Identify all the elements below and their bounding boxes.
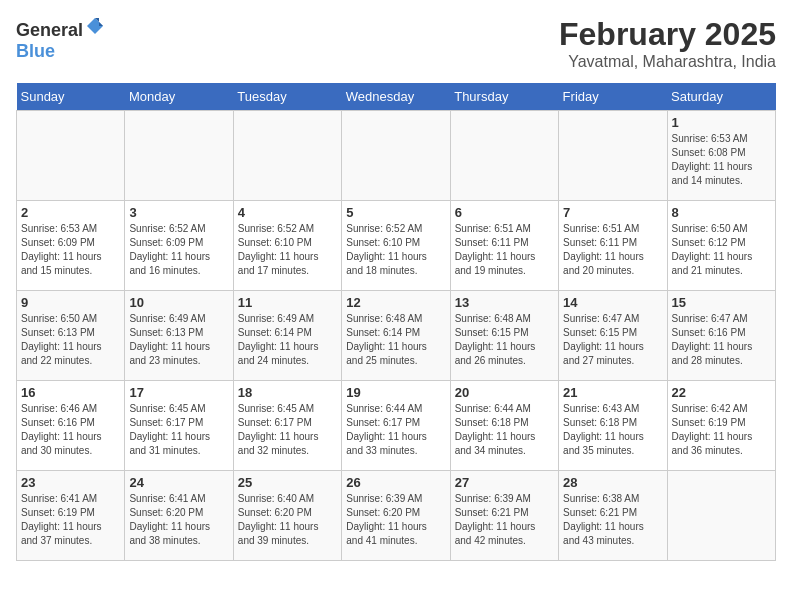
day-cell: 19Sunrise: 6:44 AM Sunset: 6:17 PM Dayli… xyxy=(342,381,450,471)
day-cell: 18Sunrise: 6:45 AM Sunset: 6:17 PM Dayli… xyxy=(233,381,341,471)
day-number: 14 xyxy=(563,295,662,310)
day-info: Sunrise: 6:48 AM Sunset: 6:15 PM Dayligh… xyxy=(455,312,554,368)
day-number: 4 xyxy=(238,205,337,220)
day-cell: 28Sunrise: 6:38 AM Sunset: 6:21 PM Dayli… xyxy=(559,471,667,561)
day-cell: 26Sunrise: 6:39 AM Sunset: 6:20 PM Dayli… xyxy=(342,471,450,561)
col-header-tuesday: Tuesday xyxy=(233,83,341,111)
day-info: Sunrise: 6:51 AM Sunset: 6:11 PM Dayligh… xyxy=(455,222,554,278)
day-info: Sunrise: 6:42 AM Sunset: 6:19 PM Dayligh… xyxy=(672,402,771,458)
day-cell: 7Sunrise: 6:51 AM Sunset: 6:11 PM Daylig… xyxy=(559,201,667,291)
day-number: 3 xyxy=(129,205,228,220)
week-row-2: 2Sunrise: 6:53 AM Sunset: 6:09 PM Daylig… xyxy=(17,201,776,291)
day-cell xyxy=(233,111,341,201)
day-info: Sunrise: 6:39 AM Sunset: 6:20 PM Dayligh… xyxy=(346,492,445,548)
logo: General Blue xyxy=(16,16,105,62)
day-number: 25 xyxy=(238,475,337,490)
day-info: Sunrise: 6:52 AM Sunset: 6:09 PM Dayligh… xyxy=(129,222,228,278)
day-info: Sunrise: 6:48 AM Sunset: 6:14 PM Dayligh… xyxy=(346,312,445,368)
day-info: Sunrise: 6:47 AM Sunset: 6:15 PM Dayligh… xyxy=(563,312,662,368)
day-info: Sunrise: 6:49 AM Sunset: 6:13 PM Dayligh… xyxy=(129,312,228,368)
page-header: General Blue February 2025 Yavatmal, Mah… xyxy=(16,16,776,71)
day-number: 6 xyxy=(455,205,554,220)
day-info: Sunrise: 6:44 AM Sunset: 6:17 PM Dayligh… xyxy=(346,402,445,458)
day-info: Sunrise: 6:43 AM Sunset: 6:18 PM Dayligh… xyxy=(563,402,662,458)
week-row-3: 9Sunrise: 6:50 AM Sunset: 6:13 PM Daylig… xyxy=(17,291,776,381)
day-info: Sunrise: 6:45 AM Sunset: 6:17 PM Dayligh… xyxy=(129,402,228,458)
col-header-wednesday: Wednesday xyxy=(342,83,450,111)
calendar-header-row: SundayMondayTuesdayWednesdayThursdayFrid… xyxy=(17,83,776,111)
day-number: 8 xyxy=(672,205,771,220)
day-number: 5 xyxy=(346,205,445,220)
day-info: Sunrise: 6:52 AM Sunset: 6:10 PM Dayligh… xyxy=(238,222,337,278)
day-cell xyxy=(559,111,667,201)
day-number: 23 xyxy=(21,475,120,490)
day-number: 27 xyxy=(455,475,554,490)
logo-general: General xyxy=(16,20,83,40)
calendar-table: SundayMondayTuesdayWednesdayThursdayFrid… xyxy=(16,83,776,561)
day-number: 26 xyxy=(346,475,445,490)
day-info: Sunrise: 6:41 AM Sunset: 6:19 PM Dayligh… xyxy=(21,492,120,548)
day-number: 20 xyxy=(455,385,554,400)
day-info: Sunrise: 6:41 AM Sunset: 6:20 PM Dayligh… xyxy=(129,492,228,548)
day-cell: 12Sunrise: 6:48 AM Sunset: 6:14 PM Dayli… xyxy=(342,291,450,381)
day-cell: 13Sunrise: 6:48 AM Sunset: 6:15 PM Dayli… xyxy=(450,291,558,381)
day-cell: 2Sunrise: 6:53 AM Sunset: 6:09 PM Daylig… xyxy=(17,201,125,291)
day-number: 15 xyxy=(672,295,771,310)
day-info: Sunrise: 6:46 AM Sunset: 6:16 PM Dayligh… xyxy=(21,402,120,458)
day-number: 9 xyxy=(21,295,120,310)
logo-icon xyxy=(85,16,105,36)
logo-text: General Blue xyxy=(16,16,105,62)
day-info: Sunrise: 6:50 AM Sunset: 6:13 PM Dayligh… xyxy=(21,312,120,368)
day-cell: 16Sunrise: 6:46 AM Sunset: 6:16 PM Dayli… xyxy=(17,381,125,471)
day-cell: 9Sunrise: 6:50 AM Sunset: 6:13 PM Daylig… xyxy=(17,291,125,381)
day-cell: 25Sunrise: 6:40 AM Sunset: 6:20 PM Dayli… xyxy=(233,471,341,561)
day-cell: 6Sunrise: 6:51 AM Sunset: 6:11 PM Daylig… xyxy=(450,201,558,291)
month-year-title: February 2025 xyxy=(559,16,776,53)
day-cell: 17Sunrise: 6:45 AM Sunset: 6:17 PM Dayli… xyxy=(125,381,233,471)
day-cell: 23Sunrise: 6:41 AM Sunset: 6:19 PM Dayli… xyxy=(17,471,125,561)
day-number: 13 xyxy=(455,295,554,310)
col-header-saturday: Saturday xyxy=(667,83,775,111)
day-info: Sunrise: 6:52 AM Sunset: 6:10 PM Dayligh… xyxy=(346,222,445,278)
location-subtitle: Yavatmal, Maharashtra, India xyxy=(559,53,776,71)
day-number: 22 xyxy=(672,385,771,400)
day-cell xyxy=(17,111,125,201)
day-number: 16 xyxy=(21,385,120,400)
week-row-4: 16Sunrise: 6:46 AM Sunset: 6:16 PM Dayli… xyxy=(17,381,776,471)
day-number: 2 xyxy=(21,205,120,220)
day-number: 11 xyxy=(238,295,337,310)
day-cell: 27Sunrise: 6:39 AM Sunset: 6:21 PM Dayli… xyxy=(450,471,558,561)
day-number: 7 xyxy=(563,205,662,220)
day-number: 24 xyxy=(129,475,228,490)
day-info: Sunrise: 6:40 AM Sunset: 6:20 PM Dayligh… xyxy=(238,492,337,548)
day-number: 17 xyxy=(129,385,228,400)
day-number: 21 xyxy=(563,385,662,400)
day-cell: 20Sunrise: 6:44 AM Sunset: 6:18 PM Dayli… xyxy=(450,381,558,471)
week-row-1: 1Sunrise: 6:53 AM Sunset: 6:08 PM Daylig… xyxy=(17,111,776,201)
day-cell: 3Sunrise: 6:52 AM Sunset: 6:09 PM Daylig… xyxy=(125,201,233,291)
day-number: 19 xyxy=(346,385,445,400)
logo-blue: Blue xyxy=(16,41,55,61)
day-info: Sunrise: 6:51 AM Sunset: 6:11 PM Dayligh… xyxy=(563,222,662,278)
col-header-monday: Monday xyxy=(125,83,233,111)
day-number: 10 xyxy=(129,295,228,310)
day-cell xyxy=(667,471,775,561)
day-cell xyxy=(450,111,558,201)
day-cell xyxy=(342,111,450,201)
day-cell: 5Sunrise: 6:52 AM Sunset: 6:10 PM Daylig… xyxy=(342,201,450,291)
week-row-5: 23Sunrise: 6:41 AM Sunset: 6:19 PM Dayli… xyxy=(17,471,776,561)
day-info: Sunrise: 6:44 AM Sunset: 6:18 PM Dayligh… xyxy=(455,402,554,458)
day-info: Sunrise: 6:38 AM Sunset: 6:21 PM Dayligh… xyxy=(563,492,662,548)
day-info: Sunrise: 6:45 AM Sunset: 6:17 PM Dayligh… xyxy=(238,402,337,458)
day-cell: 10Sunrise: 6:49 AM Sunset: 6:13 PM Dayli… xyxy=(125,291,233,381)
day-cell xyxy=(125,111,233,201)
col-header-friday: Friday xyxy=(559,83,667,111)
day-info: Sunrise: 6:53 AM Sunset: 6:09 PM Dayligh… xyxy=(21,222,120,278)
day-number: 28 xyxy=(563,475,662,490)
day-cell: 8Sunrise: 6:50 AM Sunset: 6:12 PM Daylig… xyxy=(667,201,775,291)
day-info: Sunrise: 6:47 AM Sunset: 6:16 PM Dayligh… xyxy=(672,312,771,368)
col-header-sunday: Sunday xyxy=(17,83,125,111)
day-cell: 24Sunrise: 6:41 AM Sunset: 6:20 PM Dayli… xyxy=(125,471,233,561)
day-number: 12 xyxy=(346,295,445,310)
day-info: Sunrise: 6:39 AM Sunset: 6:21 PM Dayligh… xyxy=(455,492,554,548)
